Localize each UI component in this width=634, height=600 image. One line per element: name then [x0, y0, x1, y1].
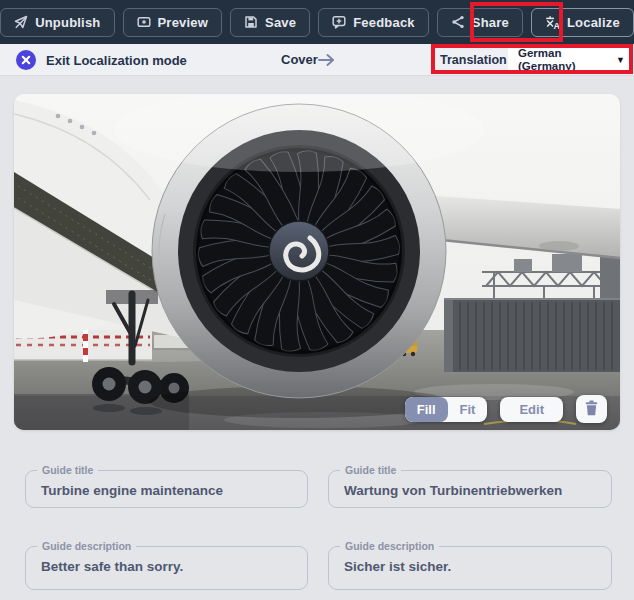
floppy-disk-icon [244, 15, 258, 29]
preview-button[interactable]: Preview [123, 8, 223, 37]
share-label: Share [472, 15, 509, 30]
share-button[interactable]: Share [437, 8, 523, 37]
guide-localization-editor: Unpublish Preview Save Feedba [0, 0, 634, 600]
translation-label: Translation [440, 44, 507, 75]
feedback-button[interactable]: Feedback [318, 8, 429, 37]
section-arrow-icon[interactable] [317, 44, 336, 75]
x-circle-icon [16, 50, 36, 70]
save-button[interactable]: Save [230, 8, 310, 37]
source-guide-title-field[interactable]: Guide title Turbine engine maintenance [25, 470, 308, 508]
fill-fit-toggle: Fill Fit [405, 397, 488, 422]
edit-image-button[interactable]: Edit [500, 397, 563, 422]
save-label: Save [265, 15, 296, 30]
translate-icon: A [545, 15, 560, 30]
unpublish-label: Unpublish [35, 15, 100, 30]
comment-plus-icon [332, 15, 346, 29]
translated-guide-description-field[interactable]: Guide description Sicher ist sicher. [328, 546, 612, 590]
localize-button[interactable]: A Localize [531, 8, 634, 37]
translation-language-select[interactable]: German (Germany) ▼ [508, 45, 632, 74]
chevron-down-icon: ▼ [616, 55, 625, 65]
fill-button[interactable]: Fill [405, 397, 448, 422]
paper-plane-slash-icon [14, 15, 28, 29]
section-label: Cover [281, 44, 318, 75]
source-guide-description-label: Guide description [37, 540, 136, 552]
localize-label: Localize [567, 15, 620, 30]
unpublish-button[interactable]: Unpublish [0, 8, 114, 37]
trash-icon [585, 400, 598, 416]
exit-localization-label: Exit Localization mode [46, 53, 187, 68]
translation-selected-value: German (Germany) [518, 47, 598, 72]
source-guide-title-label: Guide title [37, 464, 98, 476]
feedback-label: Feedback [353, 15, 415, 30]
translated-guide-title-label: Guide title [340, 464, 401, 476]
cover-image[interactable] [14, 94, 620, 430]
preview-label: Preview [158, 15, 209, 30]
preview-icon [137, 15, 151, 29]
share-icon [451, 15, 465, 29]
svg-text:A: A [554, 20, 560, 29]
image-controls: Fill Fit Edit [405, 395, 607, 423]
exit-localization-button[interactable]: Exit Localization mode [16, 44, 187, 76]
top-toolbar: Unpublish Preview Save Feedba [0, 0, 634, 44]
localization-bar: Exit Localization mode Cover Translation… [0, 44, 634, 76]
translated-guide-description-label: Guide description [340, 540, 439, 552]
delete-image-button[interactable] [576, 395, 607, 423]
fit-button[interactable]: Fit [448, 397, 488, 422]
source-guide-description-field[interactable]: Guide description Better safe than sorry… [25, 546, 308, 590]
translated-guide-title-field[interactable]: Guide title Wartung von Turbinentriebwer… [328, 470, 612, 508]
cover-image-card: Fill Fit Edit [14, 94, 620, 430]
